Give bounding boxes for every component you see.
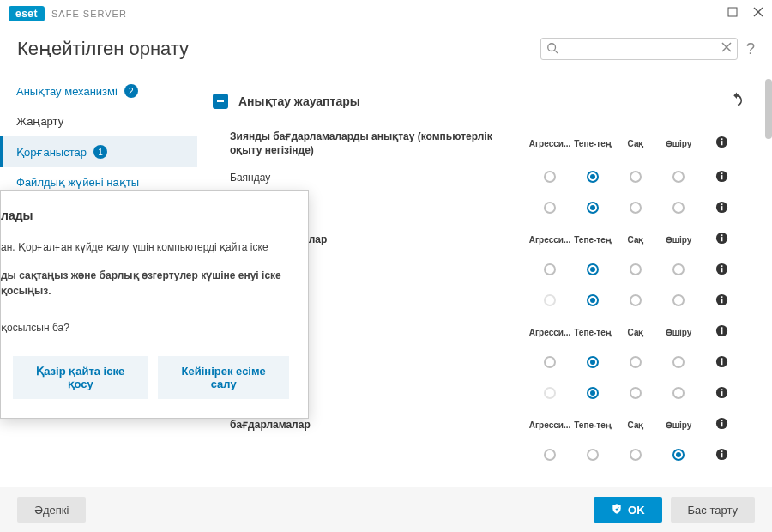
radio-option[interactable] [587, 387, 599, 399]
group-header-row: Зиянды бағдарламаларды анықтау (компьюте… [204, 124, 753, 162]
remind-later-button[interactable]: Кейінірек есіме салу [158, 356, 289, 399]
page-header: Кеңейтілген орнату ? [0, 27, 772, 72]
restart-now-button[interactable]: Қазір қайта іске қосу [13, 356, 148, 399]
window-controls [727, 7, 763, 20]
svg-rect-18 [721, 237, 722, 241]
radio-option[interactable] [630, 263, 642, 275]
svg-rect-15 [721, 206, 722, 210]
radio-option[interactable] [544, 171, 556, 183]
radio-option[interactable] [587, 263, 599, 275]
search-input[interactable] [540, 38, 738, 60]
svg-rect-24 [721, 299, 722, 303]
search-box [540, 38, 738, 60]
svg-rect-31 [721, 359, 722, 360]
sidebar-item-label: Қорғаныстар [16, 146, 87, 159]
radio-option[interactable] [587, 294, 599, 306]
dialog-question: қосылсын ба? [1, 320, 289, 336]
radio-option [544, 387, 556, 399]
info-icon[interactable] [700, 170, 743, 185]
svg-rect-25 [721, 297, 722, 299]
undo-icon[interactable] [729, 91, 745, 111]
info-icon[interactable] [700, 263, 743, 278]
svg-rect-27 [721, 329, 722, 334]
radio-option[interactable] [672, 294, 685, 306]
row-label: бағдарламалар [230, 418, 528, 432]
dialog-text-1: ан. Қорғалған күйде қалу үшін компьютерд… [1, 239, 289, 256]
svg-rect-9 [721, 141, 722, 145]
column-header: Өшіру [657, 139, 700, 148]
info-icon[interactable] [700, 293, 743, 309]
radio-option[interactable] [544, 202, 556, 214]
column-header: Тепе-тең [571, 328, 614, 337]
info-icon[interactable] [700, 448, 743, 463]
sidebar-item-label: Анықтау механизмі [16, 85, 118, 98]
svg-rect-30 [721, 360, 722, 365]
footer: Әдепкі OK Бас тарту [0, 487, 772, 532]
svg-rect-34 [721, 390, 722, 391]
info-icon[interactable] [700, 355, 743, 371]
sidebar-item-2[interactable]: Қорғаныстар1 [0, 136, 197, 167]
radio-option [544, 294, 556, 306]
radio-option[interactable] [630, 356, 642, 368]
dialog-title: лады [1, 209, 289, 222]
info-icon[interactable] [700, 386, 743, 402]
shield-icon [611, 503, 623, 517]
radio-option[interactable] [672, 387, 685, 399]
column-header: Агресси... [528, 328, 571, 337]
radio-option[interactable] [672, 202, 685, 214]
default-button[interactable]: Әдепкі [17, 497, 86, 523]
radio-option[interactable] [630, 294, 642, 306]
svg-rect-16 [721, 204, 722, 206]
column-header: Өшіру [657, 328, 700, 337]
restart-dialog: лады ан. Қорғалған күйде қалу үшін компь… [0, 190, 309, 419]
search-clear-icon[interactable] [721, 42, 732, 55]
brand-logo: eset [9, 6, 45, 21]
radio-option[interactable] [587, 356, 599, 368]
radio-option[interactable] [630, 449, 642, 461]
radio-option[interactable] [544, 263, 556, 275]
svg-rect-36 [721, 422, 722, 426]
section-title: Анықтау жауаптары [238, 94, 360, 108]
sidebar-item-1[interactable]: Жаңарту [0, 106, 197, 136]
info-icon[interactable] [700, 417, 743, 432]
radio-option[interactable] [630, 171, 642, 183]
column-header: Тепе-тең [571, 420, 614, 430]
search-icon [546, 42, 558, 57]
radio-option[interactable] [630, 202, 642, 214]
window-close-icon[interactable] [753, 7, 763, 20]
titlebar: eset SAFE SERVER [0, 0, 772, 27]
radio-option[interactable] [630, 387, 642, 399]
section-header: Анықтау жауаптары [204, 79, 753, 124]
radio-option[interactable] [672, 449, 685, 461]
column-header: Сақ [614, 139, 657, 148]
ok-button[interactable]: OK [594, 497, 662, 523]
svg-rect-39 [721, 453, 722, 457]
radio-option[interactable] [544, 356, 556, 368]
collapse-icon[interactable] [213, 94, 228, 109]
svg-rect-7 [217, 100, 224, 102]
sidebar-badge: 1 [93, 145, 107, 159]
column-header: Өшіру [657, 235, 700, 245]
page-title: Кеңейтілген орнату [17, 38, 189, 60]
radio-option[interactable] [587, 171, 599, 183]
svg-rect-19 [721, 235, 722, 237]
info-icon[interactable] [700, 232, 743, 247]
radio-option[interactable] [587, 202, 599, 214]
radio-option[interactable] [672, 356, 685, 368]
window-maximize-icon[interactable] [727, 7, 738, 20]
svg-rect-37 [721, 420, 722, 422]
info-icon[interactable] [700, 136, 743, 151]
row-label: Зиянды бағдарламаларды анықтау (компьюте… [230, 130, 528, 157]
svg-rect-22 [721, 266, 722, 268]
sidebar-item-0[interactable]: Анықтау механизмі2 [0, 76, 197, 106]
help-icon[interactable]: ? [746, 40, 755, 58]
radio-option[interactable] [544, 449, 556, 461]
radio-option[interactable] [672, 263, 685, 275]
info-icon[interactable] [700, 324, 743, 340]
cancel-button[interactable]: Бас тарту [671, 497, 755, 523]
scrollbar[interactable] [765, 79, 772, 490]
svg-rect-12 [721, 175, 722, 179]
radio-option[interactable] [672, 171, 685, 183]
radio-option[interactable] [587, 449, 599, 461]
info-icon[interactable] [700, 201, 743, 216]
